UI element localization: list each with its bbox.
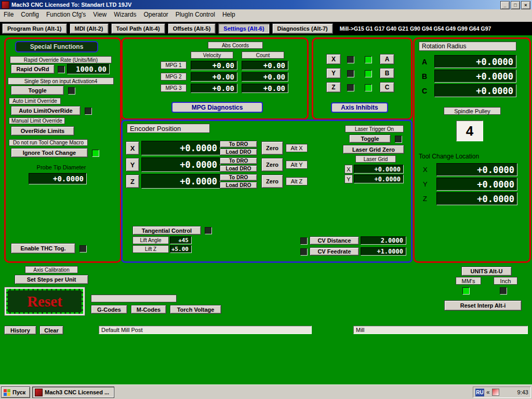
inhibit-a-button[interactable]: A [380, 54, 394, 64]
mpg1-count-dro[interactable]: +0.00 [242, 61, 288, 70]
app-icon [2, 1, 9, 9]
encoder-y-button[interactable]: Y [126, 158, 139, 171]
single-step-toggle-button[interactable]: Toggle [11, 86, 64, 95]
close-icon[interactable]: × [521, 1, 530, 9]
menu-item-plugin-control[interactable]: PlugIn Control [172, 10, 219, 19]
encoder-x-load-dro-button[interactable]: Load DRO [220, 149, 257, 155]
clear-button[interactable]: Clear [39, 326, 63, 335]
encoder-z-to-dro-button[interactable]: To DRO [220, 174, 257, 181]
rotation-b-dro[interactable]: +0.0000 [434, 70, 516, 83]
laser-toggle-button[interactable]: Toggle [349, 135, 391, 143]
units-button[interactable]: UNITS Alt-U [461, 267, 512, 276]
rapid-ovrd-led [58, 66, 65, 73]
auto-limit-override-button[interactable]: Auto LimitOverRide [11, 106, 81, 115]
language-indicator[interactable]: RU [475, 389, 484, 396]
ignore-tool-change-button[interactable]: Ignore Tool Change [11, 148, 88, 157]
cv-distance-button[interactable]: CV Distance [310, 236, 359, 245]
reset-button[interactable]: Reset [6, 289, 83, 314]
encoder-x-button[interactable]: X [126, 141, 139, 155]
menu-item-help[interactable]: Help [219, 10, 239, 19]
encoder-y-to-dro-button[interactable]: To DRO [220, 157, 257, 164]
laser-x-label: X [344, 165, 353, 174]
encoder-x-zero-button[interactable]: Zero [261, 141, 283, 155]
taskbar-item-mach3[interactable]: Mach3 CNC Licensed ... [32, 387, 114, 398]
laser-grid-zero-button[interactable]: Laser Grid Zero [343, 145, 404, 154]
tab-offsets[interactable]: Offsets (Alt-5) [168, 23, 216, 34]
tray-icon[interactable] [492, 389, 499, 396]
rotation-c-dro[interactable]: +0.0000 [434, 84, 516, 97]
tab-diagnostics[interactable]: Diagnostics (Alt-7) [272, 23, 333, 34]
laser-x-dro[interactable]: +0.0000 [354, 165, 404, 174]
mpg1-velocity-dro[interactable]: +0.00 [191, 61, 237, 70]
mpg3-count-dro[interactable]: +0.00 [242, 84, 288, 93]
enable-thc-button[interactable]: Enable THC Tog. [11, 243, 75, 254]
mpg2-velocity-dro[interactable]: +0.00 [191, 72, 237, 82]
axis-inhibits-button[interactable]: Axis Inhibits [331, 102, 388, 113]
menu-item-file[interactable]: File [0, 10, 17, 19]
rapid-ovrd-button[interactable]: Rapid OvRd [11, 64, 55, 74]
encoder-z-button[interactable]: Z [126, 175, 139, 188]
encoder-y-load-dro-button[interactable]: Load DRO [220, 165, 257, 172]
mpg-diagnostics-button[interactable]: MPG Diagnostics [171, 102, 263, 113]
enable-thc-led [79, 245, 87, 252]
set-steps-per-unit-button[interactable]: Set Steps per Unit [15, 275, 88, 284]
inhibit-x-button[interactable]: X [326, 54, 341, 64]
encoder-y-zero-button[interactable]: Zero [261, 158, 283, 171]
rotation-a-dro[interactable]: +0.0000 [434, 55, 516, 68]
menu-item-view[interactable]: View [89, 10, 110, 19]
gcodes-button[interactable]: G-Codes [91, 305, 127, 314]
tab-program-run[interactable]: Program Run (Alt-1) [2, 23, 67, 34]
mpg3-velocity-dro[interactable]: +0.00 [191, 84, 237, 93]
cv-distance-dro[interactable]: 2.0000 [361, 236, 406, 245]
mcodes-button[interactable]: M-Codes [131, 305, 166, 314]
toolchange-z-dro[interactable]: +0.0000 [436, 192, 517, 205]
tab-tool-path[interactable]: Tool Path (Alt-4) [111, 23, 165, 34]
lift-angle-dro[interactable]: +45 [170, 236, 192, 244]
manual-limit-override-label: Manual Limit Override [9, 117, 65, 124]
reset-interp-button[interactable]: Reset Interp Alt-i [444, 300, 522, 311]
tab-settings[interactable]: Settings (Alt-6) [218, 23, 269, 34]
toolchange-x-dro[interactable]: +0.0000 [436, 163, 517, 176]
rotation-a-label: A [422, 58, 427, 66]
inhibit-y-button[interactable]: Y [326, 68, 341, 78]
cv-feedrate-dro[interactable]: +1.0000 [361, 247, 406, 256]
encoder-position-title: Encoder Position [127, 124, 210, 133]
probe-tip-diameter-dro[interactable]: +0.0000 [29, 173, 87, 184]
rapid-ovrd-dro[interactable]: 1000.00 [67, 64, 110, 74]
window-title: Mach3 CNC Licensed To: Standart LTD 19JV [11, 2, 131, 8]
lift-z-dro[interactable]: +5.00 [170, 245, 192, 253]
toolchange-x-label: X [423, 166, 428, 174]
torch-voltage-button[interactable]: Torch Voltage [170, 305, 221, 314]
menu-item-config[interactable]: Config [17, 10, 43, 19]
inhibit-y-led [347, 70, 354, 77]
menu-item-wizards[interactable]: Wizards [110, 10, 140, 19]
inhibit-z-button[interactable]: Z [326, 82, 341, 92]
encoder-z-zero-button[interactable]: Zero [261, 175, 283, 188]
minimize-icon[interactable]: _ [500, 1, 510, 9]
start-button[interactable]: Пуск [1, 387, 30, 398]
inhibit-b-button[interactable]: B [380, 68, 394, 78]
menu-item-operator[interactable]: Operator [140, 10, 172, 19]
menu-item-function-cfgs[interactable]: Function Cfg's [43, 10, 89, 19]
encoder-y-dro[interactable]: +0.0000 [141, 157, 220, 172]
inhibit-c-button[interactable]: C [380, 82, 394, 92]
encoder-z-load-dro-button[interactable]: Load DRO [220, 182, 257, 189]
profile-name-field: Mill [353, 326, 528, 334]
restore-icon[interactable]: □ [511, 1, 520, 9]
laser-y-label: Y [344, 175, 353, 183]
encoder-x-to-dro-button[interactable]: To DRO [220, 141, 257, 148]
tab-mdi[interactable]: MDI (Alt-2) [70, 23, 109, 34]
encoder-z-dro[interactable]: +0.0000 [141, 174, 220, 189]
toolchange-y-dro[interactable]: +0.0000 [436, 178, 517, 191]
override-limits-button[interactable]: OverRide Limits [11, 126, 74, 136]
mpg-panel: Abs Coords Velocity Count MPG 1 +0.00 +0… [121, 37, 309, 120]
tangential-control-button[interactable]: Tangential Control [132, 226, 201, 235]
taskbar-item-label: Mach3 CNC Licensed ... [45, 389, 109, 395]
history-button[interactable]: History [4, 326, 36, 335]
taskbar: Пуск Mach3 CNC Licensed ... RU « 9:43 [0, 384, 532, 399]
laser-y-dro[interactable]: +0.0000 [354, 175, 404, 183]
cv-feedrate-button[interactable]: CV Feedrate [310, 247, 359, 256]
mpg2-count-dro[interactable]: +0.00 [242, 72, 288, 82]
tray-chevron-icon[interactable]: « [486, 389, 490, 396]
encoder-x-dro[interactable]: +0.0000 [141, 141, 220, 155]
